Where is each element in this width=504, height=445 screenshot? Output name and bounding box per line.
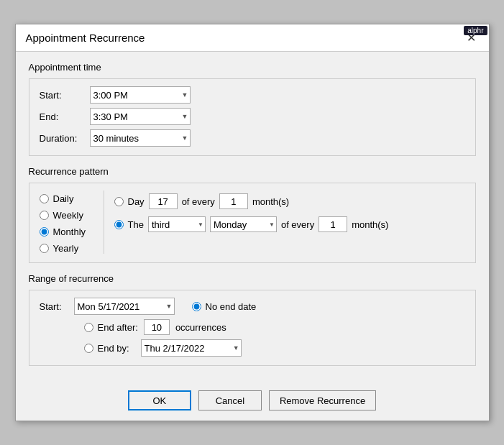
start-row: Start: 3:00 PM ▼	[40, 86, 465, 104]
end-by-row: End by: Thu 2/17/2022 ▼	[84, 339, 465, 357]
ok-button[interactable]: OK	[128, 390, 191, 410]
title-bar: Appointment Recurrence ✕	[16, 24, 489, 52]
end-after-option[interactable]: End after:	[84, 322, 138, 333]
end-after-label: End after:	[98, 322, 138, 333]
no-end-label: No end date	[206, 301, 257, 312]
alphr-badge: alphr	[464, 26, 487, 35]
occurrences-label: occurrences	[175, 322, 226, 333]
end-after-input[interactable]	[144, 319, 170, 335]
day-pattern-radio[interactable]	[114, 197, 124, 206]
cancel-button[interactable]: Cancel	[198, 390, 262, 410]
ordinal-dropdown-arrow: ▼	[198, 221, 203, 228]
ordinal-select[interactable]: first second third fourth last	[149, 217, 195, 231]
range-start-row: Start: Mon 5/17/2021 ▼ No end date	[40, 298, 465, 315]
no-end-option[interactable]: No end date	[192, 301, 257, 312]
end-label: End:	[40, 111, 90, 122]
end-by-select[interactable]: Thu 2/17/2022	[145, 343, 238, 354]
of-every-label: of every	[182, 196, 215, 207]
duration-dropdown[interactable]: 30 minutes ▼	[90, 129, 191, 147]
the-pattern-radio[interactable]	[114, 220, 124, 229]
no-end-radio[interactable]	[192, 302, 201, 311]
the-pattern-row: The first second third fourth last ▼	[114, 216, 465, 232]
monthly-option[interactable]: Monthly	[40, 226, 93, 237]
weekly-option[interactable]: Weekly	[40, 210, 93, 221]
appointment-recurrence-dialog: alphr Appointment Recurrence ✕ Appointme…	[15, 24, 490, 421]
day-pattern-row: Day of every month(s)	[114, 193, 465, 209]
weekday-select[interactable]: Sunday Monday Tuesday Wednesday Thursday…	[211, 217, 276, 231]
range-options: End after: occurrences End by: Thu 2/17/…	[48, 319, 465, 357]
weekday-dropdown[interactable]: Sunday Monday Tuesday Wednesday Thursday…	[210, 216, 277, 232]
months2-label: month(s)	[352, 219, 388, 230]
yearly-radio[interactable]	[40, 244, 49, 253]
start-label: Start:	[40, 90, 90, 101]
range-start-dropdown[interactable]: Mon 5/17/2021 ▼	[74, 298, 175, 315]
recurrence-pattern-section: Recurrence pattern Daily Weekly Monthly	[29, 166, 476, 263]
yearly-label: Yearly	[53, 243, 79, 254]
end-by-option[interactable]: End by:	[84, 343, 129, 354]
day-pattern-option[interactable]: Day	[114, 196, 145, 207]
day-pattern-label: Day	[128, 196, 145, 207]
range-section-inner: Start: Mon 5/17/2021 ▼ No end date	[29, 290, 476, 366]
dialog-title: Appointment Recurrence	[26, 32, 145, 44]
range-of-recurrence-section: Range of recurrence Start: Mon 5/17/2021…	[29, 273, 476, 366]
start-dropdown[interactable]: 3:00 PM ▼	[90, 86, 191, 104]
monthly-radio[interactable]	[40, 227, 49, 237]
the-pattern-label: The	[128, 219, 144, 230]
appointment-time-section: Appointment time Start: 3:00 PM ▼ End:	[29, 62, 476, 156]
appointment-time-inner: Start: 3:00 PM ▼ End: 3:30 PM ▼	[29, 78, 476, 156]
months-label: month(s)	[252, 196, 289, 207]
day-number-input[interactable]	[149, 193, 178, 209]
end-by-radio[interactable]	[84, 344, 93, 353]
duration-label: Duration:	[40, 133, 90, 144]
range-start-label: Start:	[40, 301, 68, 312]
day-months-input[interactable]	[219, 193, 248, 209]
daily-option[interactable]: Daily	[40, 193, 93, 204]
recurrence-pattern-inner: Daily Weekly Monthly Yearly	[29, 183, 476, 263]
end-after-row: End after: occurrences	[84, 319, 465, 335]
range-start-select[interactable]: Mon 5/17/2021	[78, 301, 171, 312]
weekly-label: Weekly	[53, 210, 83, 221]
end-row: End: 3:30 PM ▼	[40, 108, 465, 125]
end-select[interactable]: 3:30 PM	[93, 111, 187, 122]
end-by-dropdown[interactable]: Thu 2/17/2022 ▼	[141, 339, 242, 357]
monthly-label: Monthly	[53, 226, 86, 237]
recurrence-pattern-label: Recurrence pattern	[29, 166, 476, 177]
ordinal-dropdown[interactable]: first second third fourth last ▼	[148, 216, 206, 232]
range-section-label: Range of recurrence	[29, 273, 476, 284]
end-after-radio[interactable]	[84, 323, 93, 332]
start-select[interactable]: 3:00 PM	[93, 90, 187, 101]
remove-recurrence-button[interactable]: Remove Recurrence	[269, 390, 376, 410]
end-dropdown[interactable]: 3:30 PM ▼	[90, 108, 191, 125]
the-months-input[interactable]	[319, 216, 347, 232]
daily-radio[interactable]	[40, 194, 49, 203]
daily-label: Daily	[53, 193, 74, 204]
recurrence-left: Daily Weekly Monthly Yearly	[40, 191, 104, 254]
appointment-time-label: Appointment time	[29, 62, 476, 73]
button-bar: OK Cancel Remove Recurrence	[16, 383, 489, 421]
of-every2-label: of every	[281, 219, 314, 230]
the-pattern-option[interactable]: The	[114, 219, 144, 230]
duration-row: Duration: 30 minutes ▼	[40, 129, 465, 147]
recurrence-right: Day of every month(s) The	[104, 191, 465, 254]
weekly-radio[interactable]	[40, 211, 49, 220]
yearly-option[interactable]: Yearly	[40, 243, 93, 254]
duration-select[interactable]: 30 minutes	[93, 133, 187, 144]
end-by-label: End by:	[98, 343, 129, 354]
